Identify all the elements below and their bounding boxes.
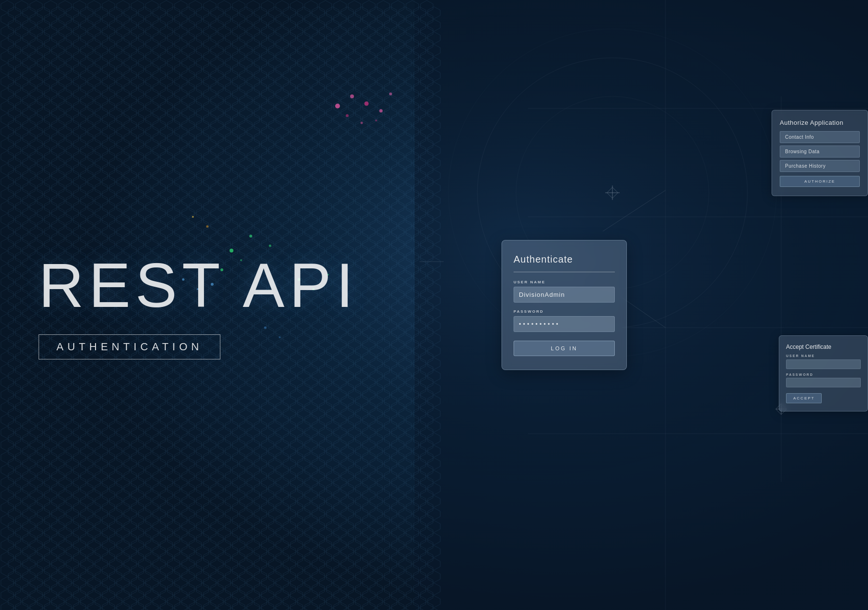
authorize-card-title: Authorize Application	[780, 119, 860, 126]
accept-button[interactable]: ACCEPT	[786, 393, 822, 403]
permission-browsing: Browsing Data	[780, 146, 860, 158]
authorize-card: Authorize Application Contact Info Brows…	[772, 110, 868, 196]
authorize-button[interactable]: AUTHORIZE	[780, 176, 860, 187]
password-input[interactable]	[514, 316, 615, 332]
accept-username-input[interactable]	[786, 359, 861, 369]
accept-card: Accept Certificate USER NAME PASSWORD AC…	[779, 335, 868, 411]
login-button[interactable]: LOG IN	[514, 341, 615, 356]
card-divider	[514, 272, 615, 272]
authenticate-card-title: Authenticate	[514, 254, 615, 265]
username-label: USER NAME	[514, 280, 615, 284]
accept-password-label: PASSWORD	[786, 373, 861, 376]
password-label: PASSWORD	[514, 309, 615, 314]
right-section: Authenticate USER NAME PASSWORD LOG IN A…	[477, 0, 868, 610]
left-section: REST API AUTHENTICATION	[0, 212, 477, 398]
accept-password-input[interactable]	[786, 378, 861, 387]
accept-card-title: Accept Certificate	[786, 344, 861, 350]
main-content: REST API AUTHENTICATION Authenticate USE…	[0, 0, 868, 610]
main-title: REST API	[39, 251, 439, 320]
subtitle-text: AUTHENTICATION	[56, 341, 203, 353]
accept-username-label: USER NAME	[786, 354, 861, 358]
permission-contact: Contact Info	[780, 131, 860, 143]
subtitle-box: AUTHENTICATION	[39, 334, 220, 359]
username-input[interactable]	[514, 287, 615, 303]
authenticate-card: Authenticate USER NAME PASSWORD LOG IN	[502, 240, 627, 370]
permission-purchase: Purchase History	[780, 160, 860, 172]
